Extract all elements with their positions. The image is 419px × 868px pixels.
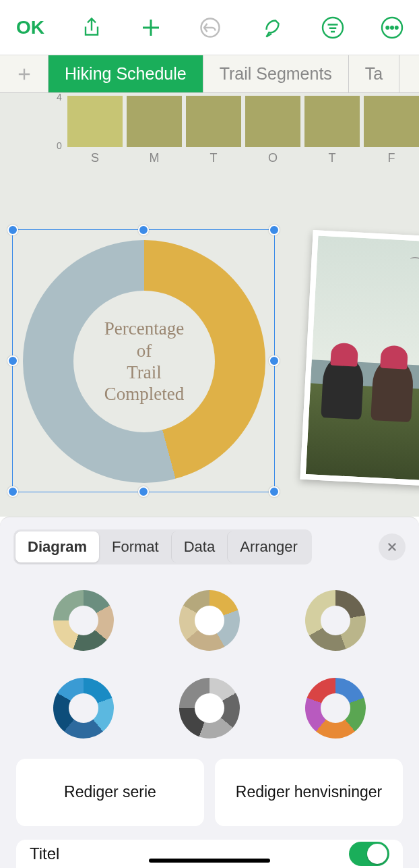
resize-handle[interactable] xyxy=(269,355,280,366)
add-sheet-button[interactable] xyxy=(0,55,49,92)
bar xyxy=(304,96,360,147)
resize-handle[interactable] xyxy=(7,486,18,497)
undo-icon[interactable] xyxy=(194,11,226,44)
title-toggle-label: Titel xyxy=(30,844,59,863)
title-toggle[interactable] xyxy=(349,842,389,866)
inspector-panel: Diagram Format Data Arranger Rediger ser… xyxy=(0,517,419,868)
tab-diagram[interactable]: Diagram xyxy=(15,531,99,562)
donut-chart-selected[interactable]: Percentage of Trail Completed xyxy=(12,229,275,492)
ok-button[interactable]: OK xyxy=(11,13,50,42)
svg-point-3 xyxy=(386,26,389,29)
resize-handle[interactable] xyxy=(138,225,149,235)
svg-point-4 xyxy=(391,26,393,29)
add-icon[interactable] xyxy=(135,11,167,44)
sheet-tab-partial[interactable]: Ta xyxy=(349,55,399,92)
resize-handle[interactable] xyxy=(7,355,18,366)
sheet-tab-trail-segments[interactable]: Trail Segments xyxy=(203,55,349,92)
trail-photo[interactable] xyxy=(300,230,419,486)
x-label: F xyxy=(364,151,419,165)
sheet-tab-hiking-schedule[interactable]: Hiking Schedule xyxy=(49,55,203,92)
bar xyxy=(245,96,300,147)
tab-format[interactable]: Format xyxy=(99,531,171,562)
resize-handle[interactable] xyxy=(7,225,18,235)
y-tick: 0 xyxy=(57,140,62,151)
resize-handle[interactable] xyxy=(269,486,280,497)
spreadsheet-canvas[interactable]: 4 0 S M T O T F Percentage of Trail Comp… xyxy=(0,93,419,517)
home-indicator[interactable] xyxy=(149,859,270,863)
bar xyxy=(67,96,123,147)
chart-style-swatch[interactable] xyxy=(305,590,366,651)
bar xyxy=(127,96,182,147)
edit-references-button[interactable]: Rediger henvisninger xyxy=(215,759,403,826)
x-label: S xyxy=(67,151,123,165)
chart-style-swatch[interactable] xyxy=(305,678,366,739)
x-label: M xyxy=(127,151,182,165)
chart-style-swatch[interactable] xyxy=(179,678,240,739)
edit-series-button[interactable]: Rediger serie xyxy=(16,759,204,826)
inspector-tab-group: Diagram Format Data Arranger xyxy=(13,529,312,565)
close-inspector-button[interactable] xyxy=(379,533,406,560)
chart-style-swatch[interactable] xyxy=(53,678,114,739)
x-label: T xyxy=(186,151,241,165)
chart-style-swatch[interactable] xyxy=(53,590,114,651)
format-brush-icon[interactable] xyxy=(257,11,290,44)
tab-data[interactable]: Data xyxy=(171,531,227,562)
chart-style-swatch[interactable] xyxy=(179,590,240,651)
resize-handle[interactable] xyxy=(138,486,149,497)
y-tick: 4 xyxy=(57,93,62,103)
x-label: O xyxy=(245,151,300,165)
donut-title: Percentage of Trail Completed xyxy=(104,318,184,405)
svg-point-5 xyxy=(395,26,398,29)
tab-arranger[interactable]: Arranger xyxy=(227,531,310,562)
bar xyxy=(364,96,419,147)
resize-handle[interactable] xyxy=(269,225,280,235)
share-icon[interactable] xyxy=(75,11,108,44)
chart-style-grid xyxy=(0,577,419,759)
filter-icon[interactable] xyxy=(317,11,349,44)
donut-ring: Percentage of Trail Completed xyxy=(23,240,265,483)
top-toolbar: OK xyxy=(0,0,419,55)
x-label: T xyxy=(304,151,360,165)
bar-chart-fragment: 4 0 S M T O T F xyxy=(54,93,419,166)
sheet-tabs: Hiking Schedule Trail Segments Ta xyxy=(0,55,419,93)
more-icon[interactable] xyxy=(376,11,408,44)
bar xyxy=(186,96,241,147)
title-toggle-row: Titel xyxy=(16,840,403,868)
